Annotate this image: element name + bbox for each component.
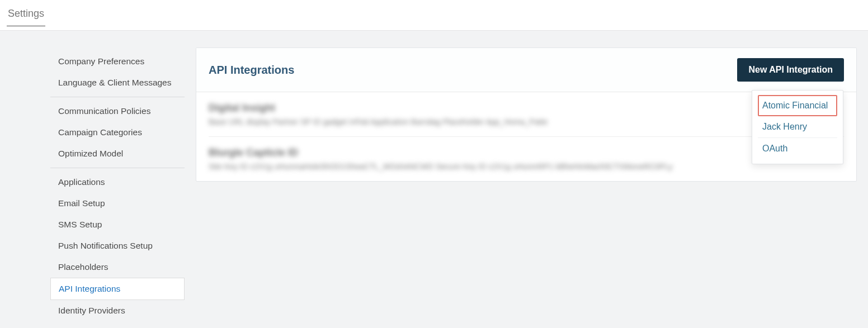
sidebar-item-optimized-model[interactable]: Optimized Model: [50, 143, 185, 164]
sidebar-item-communication-policies[interactable]: Communication Policies: [50, 101, 185, 122]
integration-row-subtitle: Site Key ID c2X1g uHunmaHoleShOD1SheaCTL…: [209, 162, 844, 171]
panel-header: API Integrations New API Integration: [196, 48, 856, 92]
integration-row-subtitle: Base URL display Partner SP ID gadget In…: [209, 117, 844, 126]
tab-settings[interactable]: Settings: [7, 7, 45, 27]
dropdown-option-jack-henry[interactable]: Jack Henry: [758, 116, 837, 138]
new-integration-dropdown: Atomic Financial Jack Henry OAuth: [752, 90, 843, 164]
sidebar-item-push-notifications-setup[interactable]: Push Notifications Setup: [50, 235, 185, 256]
new-api-integration-button[interactable]: New API Integration: [737, 58, 844, 82]
sidebar-item-applications[interactable]: Applications: [50, 172, 185, 193]
sidebar-item-language-client-messages[interactable]: Language & Client Messages: [50, 72, 185, 93]
sidebar-item-email-setup[interactable]: Email Setup: [50, 193, 185, 214]
sidebar-group-2: Applications Email Setup SMS Setup Push …: [50, 168, 185, 325]
sidebar-group-0: Company Preferences Language & Client Me…: [50, 47, 185, 97]
integration-row[interactable]: Digital Insight Base URL display Partner…: [209, 92, 844, 137]
sidebar-item-api-integrations[interactable]: API Integrations: [50, 278, 185, 300]
dropdown-option-oauth[interactable]: OAuth: [758, 138, 837, 159]
sidebar-group-1: Communication Policies Campaign Categori…: [50, 97, 185, 168]
main-content: API Integrations New API Integration Dig…: [185, 47, 868, 328]
dropdown-option-atomic-financial[interactable]: Atomic Financial: [758, 95, 837, 116]
sidebar-item-placeholders[interactable]: Placeholders: [50, 256, 185, 278]
page: Company Preferences Language & Client Me…: [0, 31, 868, 328]
settings-sidebar: Company Preferences Language & Client Me…: [50, 47, 185, 328]
sidebar-item-campaign-categories[interactable]: Campaign Categories: [50, 122, 185, 143]
sidebar-item-company-preferences[interactable]: Company Preferences: [50, 51, 185, 72]
panel-title: API Integrations: [209, 64, 294, 77]
integration-row[interactable]: Blurgle Capticle ID Site Key ID c2X1g uH…: [209, 137, 844, 181]
gutter-left: [0, 47, 50, 328]
sidebar-item-sms-setup[interactable]: SMS Setup: [50, 214, 185, 235]
sidebar-item-identity-providers[interactable]: Identity Providers: [50, 300, 185, 321]
integration-row-title: Digital Insight: [209, 102, 844, 114]
topbar: Settings: [0, 0, 868, 27]
integration-row-title: Blurgle Capticle ID: [209, 147, 844, 159]
